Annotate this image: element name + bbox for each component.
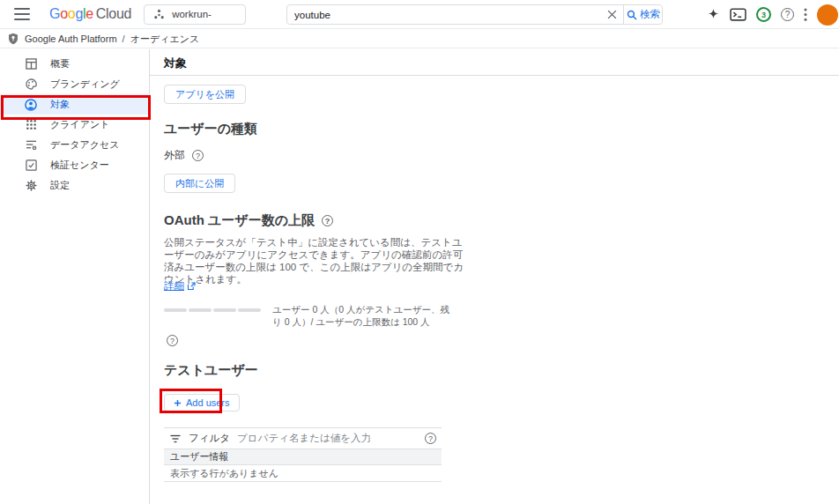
- notifications-count: 3: [761, 11, 766, 19]
- data-access-icon: [25, 139, 37, 152]
- test-users-table: フィルタ プロパティ名または値を入力 ? ユーザー情報 表示する行がありません: [164, 427, 442, 482]
- external-link-icon: [187, 282, 196, 291]
- clients-icon: [25, 119, 37, 131]
- project-icon: [152, 8, 165, 20]
- test-users-heading-label: テストユーザー: [164, 362, 258, 379]
- auth-platform-shield-icon: [7, 33, 19, 45]
- more-vertical-icon[interactable]: [804, 8, 807, 21]
- search-bar: 検索: [286, 4, 663, 25]
- logo-letter: g: [75, 6, 83, 21]
- search-icon: [626, 9, 638, 21]
- search-button-label: 検索: [640, 8, 660, 21]
- table-empty-row: 表示する行がありません: [164, 465, 442, 482]
- add-users-button[interactable]: Add users: [164, 394, 240, 411]
- clear-search-icon[interactable]: [600, 5, 623, 24]
- branding-icon: [25, 78, 37, 91]
- sidebar-item-overview[interactable]: 概要: [0, 54, 149, 74]
- sidebar-item-branding[interactable]: ブランディング: [0, 74, 149, 94]
- publish-app-button[interactable]: アプリを公開: [164, 85, 246, 104]
- user-type-value: 外部: [164, 148, 185, 163]
- plus-icon: [174, 399, 182, 407]
- table-header-user-info: ユーザー情報: [170, 450, 229, 463]
- sidebar-item-label: クライアント: [50, 118, 110, 131]
- sidebar-item-verification-center[interactable]: 検証センター: [0, 155, 149, 175]
- top-right-icons: 3 ?: [707, 0, 838, 29]
- oauth-cap-help-icon[interactable]: ?: [322, 215, 333, 226]
- project-selector[interactable]: workrun-: [144, 4, 246, 25]
- usage-help-icon[interactable]: ?: [167, 335, 178, 346]
- add-users-label: Add users: [186, 397, 230, 408]
- sidebar-item-label: 対象: [50, 98, 70, 111]
- menu-icon[interactable]: [14, 8, 30, 20]
- sidebar-item-label: 概要: [50, 57, 70, 70]
- project-name: workrun-: [172, 9, 212, 19]
- breadcrumb-current-page: オーディエンス: [130, 33, 200, 46]
- notifications-badge[interactable]: 3: [756, 7, 771, 22]
- help-icon[interactable]: ?: [781, 8, 794, 21]
- filter-bar[interactable]: フィルタ プロパティ名または値を入力 ?: [164, 427, 442, 448]
- filter-help-icon[interactable]: ?: [425, 433, 436, 444]
- sidebar-item-label: ブランディング: [50, 78, 120, 91]
- search-button[interactable]: 検索: [623, 5, 662, 24]
- page-title: 対象: [164, 56, 187, 71]
- user-type-help-icon[interactable]: ?: [192, 150, 204, 161]
- help-glyph: ?: [196, 152, 200, 160]
- breadcrumb: Google Auth Platform / オーディエンス: [0, 30, 839, 48]
- publish-app-label: アプリを公開: [175, 88, 234, 101]
- table-header-row: ユーザー情報: [164, 448, 442, 465]
- user-type-value-row: 外部 ?: [164, 148, 204, 163]
- sidebar-item-settings[interactable]: 設定: [0, 175, 149, 196]
- logo-cloud-text: Cloud: [96, 6, 131, 21]
- help-glyph: ?: [428, 434, 433, 443]
- help-glyph: ?: [785, 10, 791, 19]
- search-input[interactable]: [287, 5, 600, 24]
- publish-internal-button[interactable]: 内部に公開: [164, 174, 235, 193]
- logo-letter: o: [60, 6, 68, 21]
- filter-placeholder: プロパティ名または値を入力: [237, 432, 418, 445]
- top-bar: GoogleCloud workrun- 検索: [0, 0, 839, 29]
- filter-icon: [169, 433, 182, 445]
- gemini-sparkle-icon[interactable]: [707, 8, 720, 21]
- avatar[interactable]: [817, 4, 838, 26]
- user-type-heading-label: ユーザーの種類: [164, 121, 257, 137]
- sidebar: 概要 ブランディング 対象 クライアント データアクセス: [0, 49, 150, 504]
- logo-letter: e: [85, 6, 93, 21]
- sidebar-item-data-access[interactable]: データアクセス: [0, 135, 149, 155]
- oauth-cap-heading: OAuth ユーザー数の上限 ?: [164, 212, 333, 229]
- sidebar-item-label: 検証センター: [50, 159, 109, 172]
- user-cap-progress-bar: [164, 308, 261, 328]
- verification-icon: [25, 159, 37, 172]
- oauth-usage-row: ユーザー 0 人（0 人がテストユーザー、残り 0 人）/ ユーザーの上限数は …: [164, 303, 456, 328]
- sidebar-item-label: データアクセス: [50, 138, 120, 152]
- empty-message: 表示する行がありません: [170, 467, 278, 480]
- sidebar-item-label: 設定: [50, 179, 70, 192]
- logo-letter: G: [49, 6, 60, 21]
- test-users-heading: テストユーザー: [164, 362, 258, 379]
- audience-icon: [25, 99, 37, 111]
- breadcrumb-app-link[interactable]: Google Auth Platform: [25, 33, 117, 44]
- user-cap-usage-text: ユーザー 0 人（0 人がテストユーザー、残り 0 人）/ ユーザーの上限数は …: [272, 303, 456, 328]
- learn-more-link[interactable]: 詳細: [164, 279, 196, 293]
- title-divider: [150, 75, 839, 76]
- breadcrumb-separator: /: [123, 33, 125, 44]
- filter-label: フィルタ: [189, 432, 230, 445]
- sidebar-item-clients[interactable]: クライアント: [0, 115, 149, 135]
- cloud-shell-icon[interactable]: [730, 8, 746, 21]
- overview-icon: [25, 58, 37, 70]
- main-content: 対象 アプリを公開 ユーザーの種類 外部 ? 内部に公開 OAuth ユーザー数…: [150, 48, 839, 504]
- publish-internal-label: 内部に公開: [175, 177, 224, 190]
- settings-gear-icon: [25, 180, 37, 192]
- help-glyph: ?: [325, 217, 330, 226]
- google-cloud-console: GoogleCloud workrun- 検索: [0, 0, 839, 504]
- sidebar-item-audience[interactable]: 対象: [0, 94, 149, 115]
- help-glyph: ?: [170, 337, 174, 345]
- oauth-cap-heading-label: OAuth ユーザー数の上限: [164, 212, 315, 229]
- oauth-cap-description: 公開ステータスが「テスト中」に設定されている間は、テストユーザーのみがアプリにア…: [164, 236, 472, 285]
- google-cloud-logo: GoogleCloud: [49, 6, 131, 22]
- user-type-heading: ユーザーの種類: [164, 121, 257, 137]
- learn-more-label: 詳細: [164, 279, 184, 293]
